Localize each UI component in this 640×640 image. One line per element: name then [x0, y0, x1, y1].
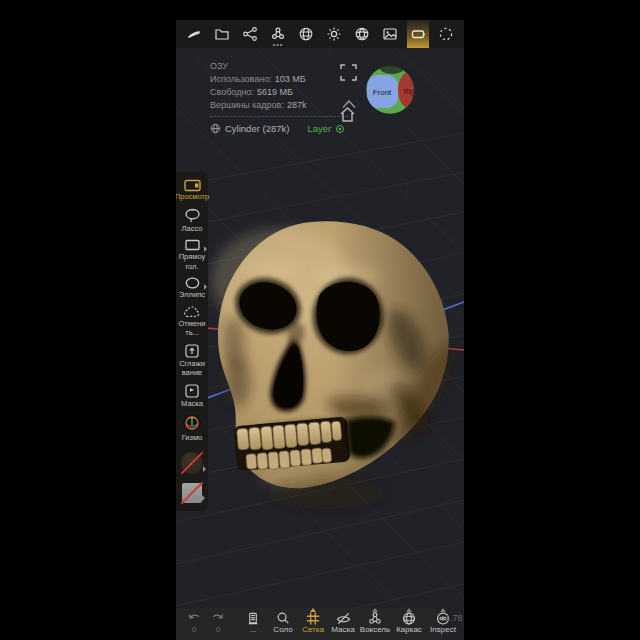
- gizmo-front-label: Front: [373, 88, 392, 97]
- object-row[interactable]: Cylinder (287k) Layer: [210, 122, 360, 135]
- voxel-molecule-icon: [367, 611, 383, 626]
- option-triangle: [406, 608, 412, 612]
- material-sphere-icon[interactable]: [295, 20, 317, 48]
- stat-used: Использовано:103 МБ: [210, 73, 360, 86]
- submenu-corner: [204, 246, 207, 252]
- selection-dashed-circle-icon[interactable]: [435, 20, 457, 48]
- postprocess-sphere-icon[interactable]: [351, 20, 373, 48]
- tool-view[interactable]: Просмотр: [176, 179, 208, 202]
- stats-panel: ОЗУ Использовано:103 МБ Свободно:5619 МБ…: [210, 60, 360, 135]
- scene-3d[interactable]: [176, 48, 464, 640]
- tool-lasso[interactable]: Лассо: [176, 207, 208, 234]
- stroke-brush-icon[interactable]: [183, 20, 205, 48]
- more-dots: •••: [273, 43, 283, 47]
- grid-toggle-button[interactable]: Сетка: [298, 611, 328, 634]
- undo-icon: [186, 611, 202, 626]
- top-toolbar: •••: [176, 20, 464, 48]
- lighting-sun-icon[interactable]: [323, 20, 345, 48]
- mask-off-icon: [335, 611, 352, 626]
- tool-rectangle[interactable]: Прямоу гол.: [176, 238, 208, 271]
- interface-card-icon[interactable]: [407, 20, 429, 48]
- stat-free: Свободно:5619 МБ: [210, 86, 360, 99]
- mask-icon: [184, 383, 200, 399]
- mesh-sphere-icon: [210, 123, 221, 134]
- fullscreen-button[interactable]: [340, 64, 357, 85]
- wireframe-sphere-icon: [401, 611, 417, 626]
- layers-button[interactable]: ...: [238, 611, 268, 634]
- smooth-arrow-icon: [184, 343, 200, 359]
- solo-button[interactable]: Соло: [268, 611, 298, 634]
- zoom-scale-value: 1.78: [445, 613, 463, 623]
- tool-sidebar: Просмотр Лассо Прямоу гол. Эллипс: [176, 172, 208, 511]
- lasso-icon: [184, 207, 201, 224]
- object-name: Cylinder (287k): [225, 122, 289, 135]
- option-triangle: [372, 608, 378, 612]
- redo-button[interactable]: 0: [206, 611, 230, 634]
- layers-stack-icon: [245, 611, 261, 626]
- home-view-button[interactable]: [339, 106, 356, 127]
- ram-title: ОЗУ: [210, 60, 360, 73]
- files-folder-icon[interactable]: [211, 20, 233, 48]
- undo-button[interactable]: 0: [182, 611, 206, 634]
- tool-undo-history[interactable]: Отмени ть...: [176, 305, 208, 338]
- tool-ellipse[interactable]: Эллипс: [176, 276, 208, 300]
- cloud-undo-icon: [183, 305, 201, 319]
- viewport-icon: [184, 179, 201, 192]
- grid-icon: [305, 611, 321, 626]
- option-triangle: [310, 608, 316, 612]
- stat-vertices: Вершины кадров:287k: [210, 99, 360, 112]
- nav-gizmo-sphere[interactable]: Front Rig: [364, 64, 416, 116]
- rectangle-select-icon: [184, 238, 201, 252]
- tool-gizmo[interactable]: Гизмо: [176, 413, 208, 443]
- submenu-corner: [202, 495, 205, 501]
- skull-model[interactable]: [211, 221, 464, 509]
- bottom-toolbar: 0 0 ... Соло Сетка: [176, 608, 442, 640]
- scene-graph-icon[interactable]: [239, 20, 261, 48]
- gizmo-right-label: Rig: [404, 88, 415, 96]
- mask-view-button[interactable]: Маска: [328, 611, 358, 634]
- sculpt-app-window: •••: [176, 20, 464, 640]
- voxel-button[interactable]: Воксель: [358, 611, 392, 634]
- topology-particles-icon[interactable]: •••: [267, 20, 289, 48]
- phone-screenshot: •••: [0, 0, 640, 640]
- redo-icon: [210, 611, 226, 626]
- solo-magnifier-icon: [275, 611, 291, 626]
- tool-smooth[interactable]: Сглажи вание: [176, 343, 208, 378]
- material-swatch-circle[interactable]: [181, 452, 203, 474]
- option-triangle: [440, 608, 446, 612]
- tool-mask[interactable]: Маска: [176, 383, 208, 409]
- ellipse-select-icon: [184, 276, 201, 290]
- wireframe-button[interactable]: Каркас: [392, 611, 426, 634]
- viewport-canvas[interactable]: ОЗУ Использовано:103 МБ Свободно:5619 МБ…: [176, 48, 464, 640]
- layer-label[interactable]: Layer: [307, 122, 331, 135]
- submenu-corner: [203, 466, 206, 472]
- gizmo-move-icon: [182, 413, 202, 433]
- background-image-icon[interactable]: [379, 20, 401, 48]
- color-swatch-square[interactable]: [182, 483, 202, 503]
- dotted-separator: [210, 116, 348, 117]
- submenu-corner: [204, 284, 207, 290]
